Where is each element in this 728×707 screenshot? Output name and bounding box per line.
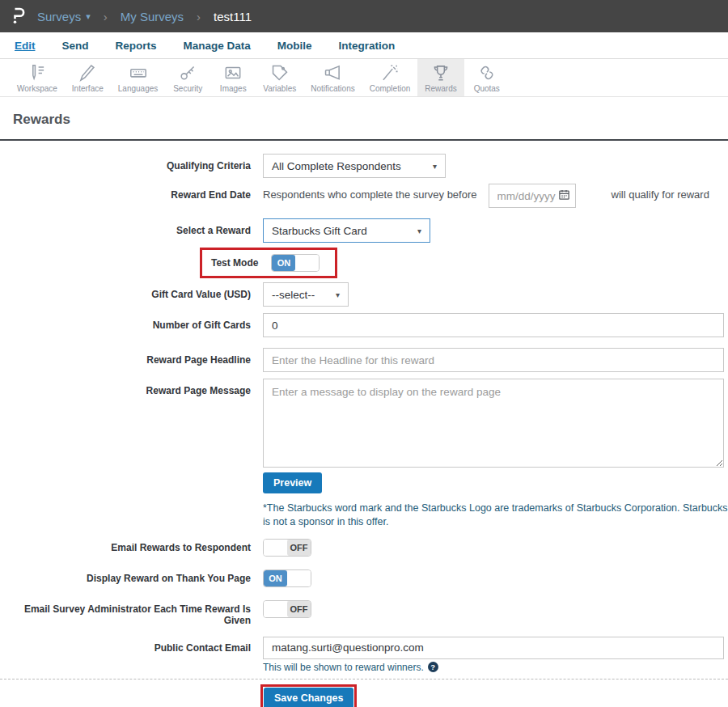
row-test-mode: Test Mode ON — [0, 248, 728, 278]
helper-text: This will be shown to reward winners. — [263, 662, 424, 673]
breadcrumb-my-surveys[interactable]: My Surveys — [121, 10, 184, 23]
row-select-reward: Select a Reward Starbucks Gift Card ▾ — [0, 218, 728, 243]
tool-variables[interactable]: Variables — [256, 59, 303, 96]
edit-sub-toolbar: Workspace Interface Languages Security — [0, 59, 728, 97]
tag-icon — [269, 62, 290, 83]
calendar-icon[interactable] — [558, 188, 570, 204]
breadcrumb-surveys-label: Surveys — [37, 10, 81, 23]
test-mode-toggle[interactable]: ON — [271, 254, 320, 272]
row-reward-end-date: Reward End Date Respondents who complete… — [0, 184, 728, 208]
picture-icon — [222, 62, 243, 83]
row-display-reward: Display Reward on Thank You Page ON — [0, 569, 728, 587]
gift-card-value-value: --select-- — [272, 289, 315, 301]
test-mode-label: Test Mode — [211, 257, 258, 269]
public-contact-email-input[interactable] — [263, 637, 724, 659]
select-reward-value: Starbucks Gift Card — [272, 225, 367, 237]
toggle-on-segment: ON — [272, 255, 295, 271]
megaphone-icon — [322, 62, 343, 83]
nav-tab-mobile[interactable]: Mobile — [277, 40, 312, 52]
tool-images-label: Images — [220, 84, 247, 93]
tool-interface-label: Interface — [72, 84, 104, 93]
main-nav: Edit Send Reports Manage Data Mobile Int… — [0, 32, 728, 59]
select-reward-label: Select a Reward — [0, 218, 251, 236]
starbucks-disclaimer: *The Starbucks word mark and the Starbuc… — [263, 502, 728, 529]
tool-languages-label: Languages — [118, 84, 159, 93]
tool-variables-label: Variables — [263, 84, 296, 93]
toggle-off-segment — [287, 570, 311, 586]
pen-icon — [77, 62, 98, 83]
reward-message-textarea[interactable] — [263, 379, 724, 468]
qualifying-criteria-label: Qualifying Criteria — [0, 154, 251, 171]
row-qualifying-criteria: Qualifying Criteria All Complete Respond… — [0, 154, 728, 178]
nav-tab-send[interactable]: Send — [62, 40, 89, 52]
tool-workspace[interactable]: Workspace — [10, 59, 65, 96]
tool-security[interactable]: Security — [165, 59, 210, 96]
reward-message-label: Reward Page Message — [0, 379, 251, 396]
display-reward-label: Display Reward on Thank You Page — [0, 569, 251, 584]
caret-down-icon: ▾ — [433, 162, 437, 171]
toggle-off-segment — [295, 255, 319, 271]
row-reward-headline: Reward Page Headline — [0, 348, 728, 372]
breadcrumb-survey-name: test111 — [214, 10, 252, 23]
nav-tab-reports[interactable]: Reports — [116, 40, 157, 52]
breadcrumb-surveys[interactable]: Surveys ▾ — [37, 10, 91, 23]
row-email-admin: Email Survey Administrator Each Time Rew… — [0, 600, 728, 626]
qualifying-criteria-select[interactable]: All Complete Respondents ▾ — [263, 154, 446, 178]
preview-button[interactable]: Preview — [263, 472, 322, 493]
toggle-on-segment: ON — [264, 570, 287, 586]
questionpro-logo-icon[interactable] — [10, 6, 29, 26]
reward-headline-input[interactable] — [263, 348, 724, 372]
display-reward-toggle[interactable]: ON — [263, 569, 311, 587]
tool-quotas[interactable]: Quotas — [464, 59, 510, 96]
toggle-on-segment — [264, 540, 287, 556]
test-mode-annotation-box: Test Mode ON — [200, 248, 337, 278]
tool-interface[interactable]: Interface — [65, 59, 111, 96]
qualifying-criteria-value: All Complete Respondents — [272, 160, 401, 172]
breadcrumb-separator-icon: › — [99, 10, 112, 23]
tool-languages[interactable]: Languages — [111, 59, 166, 96]
rewards-form: Qualifying Criteria All Complete Respond… — [0, 154, 728, 707]
tool-notifications[interactable]: Notifications — [303, 59, 362, 96]
save-annotation-box: Save Changes — [260, 684, 357, 707]
tool-images[interactable]: Images — [210, 59, 256, 96]
title-divider — [0, 139, 728, 141]
toggle-off-segment: OFF — [287, 540, 311, 556]
gift-card-value-select[interactable]: --select-- ▾ — [263, 282, 349, 307]
gift-card-value-label: Gift Card Value (USD) — [0, 282, 251, 300]
reward-end-date-prefix: Respondents who complete the survey befo… — [263, 184, 477, 201]
tool-security-label: Security — [173, 84, 202, 93]
key-icon — [177, 62, 198, 83]
keyboard-icon — [128, 62, 149, 83]
breadcrumb-my-surveys-label: My Surveys — [121, 10, 184, 23]
date-field-wrap — [477, 184, 576, 208]
public-contact-email-label: Public Contact Email — [0, 637, 251, 654]
breadcrumb-current-survey: test111 — [214, 10, 252, 23]
help-question-icon[interactable]: ? — [428, 662, 438, 672]
magic-wand-icon — [379, 62, 400, 83]
caret-down-icon: ▾ — [336, 290, 340, 299]
email-admin-toggle[interactable]: OFF — [263, 600, 311, 618]
nav-tab-manage-data[interactable]: Manage Data — [184, 40, 251, 52]
page-title: Rewards — [13, 112, 728, 128]
nav-tab-integration[interactable]: Integration — [339, 40, 396, 52]
nav-tab-edit[interactable]: Edit — [15, 40, 36, 52]
row-reward-message: Reward Page Message — [0, 379, 728, 468]
number-gift-cards-label: Number of Gift Cards — [0, 313, 251, 331]
number-gift-cards-input[interactable] — [263, 313, 724, 337]
row-email-rewards: Email Rewards to Respondent OFF — [0, 539, 728, 557]
tool-completion[interactable]: Completion — [362, 59, 418, 96]
row-number-gift-cards: Number of Gift Cards — [0, 313, 728, 337]
toggle-off-segment: OFF — [287, 601, 311, 617]
tool-rewards[interactable]: Rewards — [417, 59, 463, 96]
tool-quotas-label: Quotas — [474, 84, 500, 93]
breadcrumb-separator-icon: › — [192, 10, 205, 23]
pencil-lines-icon — [27, 62, 48, 83]
email-admin-label: Email Survey Administrator Each Time Rew… — [0, 600, 251, 626]
caret-down-icon: ▾ — [86, 11, 91, 22]
save-changes-button[interactable]: Save Changes — [264, 688, 353, 707]
dashed-divider — [0, 679, 728, 679]
caret-down-icon: ▾ — [417, 226, 421, 235]
reward-end-date-suffix: will qualify for reward — [612, 184, 709, 201]
select-reward-select[interactable]: Starbucks Gift Card ▾ — [263, 218, 430, 243]
email-rewards-toggle[interactable]: OFF — [263, 539, 311, 557]
